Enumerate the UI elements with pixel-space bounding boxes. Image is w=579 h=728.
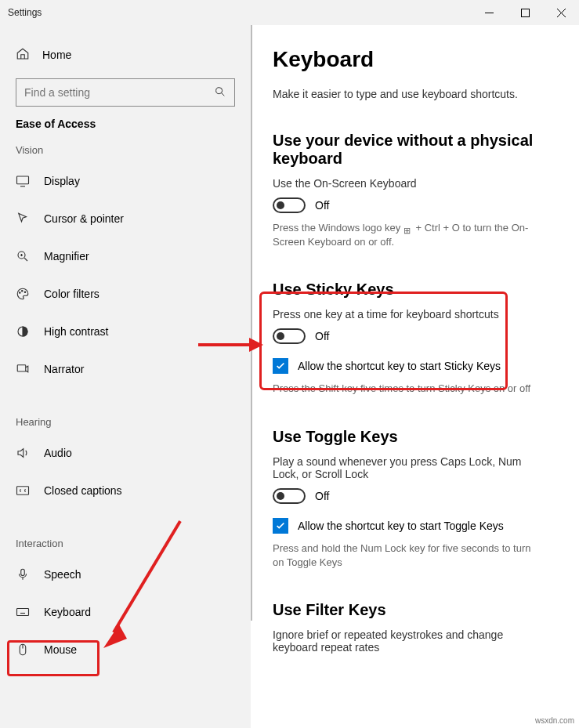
search-box[interactable] [16, 78, 235, 107]
narrator-icon [16, 362, 30, 376]
setting-hint: Press the Windows logo key + Ctrl + O to… [273, 221, 539, 249]
home-label: Home [42, 49, 71, 61]
contrast-icon [16, 324, 30, 339]
svg-rect-17 [17, 487, 29, 495]
toggle-keys-shortcut-checkbox[interactable] [273, 518, 288, 534]
group-vision-label: Vision [0, 144, 251, 156]
sidebar-item-label: Closed captions [44, 484, 122, 497]
sidebar-item-audio[interactable]: Audio [0, 434, 251, 472]
minimize-button[interactable] [471, 0, 507, 25]
section-heading: Use Toggle Keys [273, 428, 539, 446]
svg-point-12 [20, 292, 21, 294]
sidebar-item-speech[interactable]: Speech [0, 556, 251, 593]
section-toggle-keys: Use Toggle Keys Play a sound whenever yo… [273, 428, 560, 570]
search-icon [214, 85, 226, 100]
windows-key-icon [403, 224, 413, 234]
mouse-icon [16, 643, 30, 657]
window-title: Settings [8, 7, 42, 18]
group-interaction-label: Interaction [0, 538, 251, 549]
palette-icon [16, 287, 30, 301]
onscreen-keyboard-toggle[interactable] [273, 197, 306, 213]
cursor-icon [16, 212, 30, 226]
section-onscreen-keyboard: Use your device without a physical keybo… [273, 132, 560, 249]
sidebar-item-mouse[interactable]: Mouse [0, 631, 251, 668]
svg-point-4 [216, 87, 223, 93]
svg-line-11 [24, 258, 27, 261]
page-lead: Make it easier to type and use keyboard … [273, 88, 560, 100]
svg-rect-1 [521, 9, 529, 16]
sidebar-item-label: Cursor & pointer [44, 212, 124, 225]
sidebar-item-cursor[interactable]: Cursor & pointer [0, 200, 251, 237]
svg-point-14 [24, 292, 26, 293]
section-heading: Use Sticky Keys [273, 281, 539, 299]
group-hearing-label: Hearing [0, 416, 251, 428]
svg-line-5 [222, 92, 225, 96]
close-button[interactable] [543, 0, 579, 25]
toggle-state-label: Off [315, 490, 329, 502]
sidebar-item-colorfilters[interactable]: Color filters [0, 275, 251, 313]
titlebar: Settings [0, 0, 579, 25]
section-heading: Use Filter Keys [273, 601, 539, 619]
magnifier-icon [16, 249, 30, 263]
maximize-button[interactable] [507, 0, 543, 25]
window-buttons [471, 0, 579, 25]
sidebar-item-keyboard[interactable]: Keyboard [0, 593, 251, 631]
svg-rect-19 [17, 609, 29, 616]
sidebar-item-label: Audio [44, 447, 72, 459]
home-link[interactable]: Home [0, 41, 251, 69]
search-input[interactable] [24, 86, 196, 99]
category-label: Ease of Access [0, 118, 251, 130]
sidebar: Home Ease of Access Vision Display Curso… [0, 25, 251, 728]
sticky-keys-toggle[interactable] [273, 328, 306, 344]
toggle-state-label: Off [315, 199, 329, 212]
setting-label: Press one key at a time for keyboard sho… [273, 308, 560, 321]
toggle-state-label: Off [315, 330, 329, 342]
checkbox-label: Allow the shortcut key to start Toggle K… [298, 520, 504, 532]
captions-icon [16, 484, 30, 498]
setting-label: Play a sound whenever you press Caps Loc… [273, 455, 539, 480]
microphone-icon [16, 567, 30, 581]
sidebar-item-label: Color filters [44, 288, 100, 300]
svg-rect-6 [17, 176, 29, 184]
toggle-keys-toggle[interactable] [273, 488, 306, 504]
setting-label: Use the On-Screen Keyboard [273, 177, 560, 190]
sticky-keys-shortcut-checkbox[interactable] [273, 358, 288, 374]
setting-label: Ignore brief or repeated keystrokes and … [273, 628, 539, 654]
page-title: Keyboard [273, 47, 560, 72]
section-sticky-keys: Use Sticky Keys Press one key at a time … [273, 281, 560, 396]
display-icon [16, 174, 30, 188]
content-pane: Keyboard Make it easier to type and use … [251, 25, 579, 728]
home-icon [16, 47, 30, 63]
sidebar-item-label: Keyboard [44, 606, 91, 618]
section-filter-keys: Use Filter Keys Ignore brief or repeated… [273, 601, 560, 654]
sidebar-item-closedcaptions[interactable]: Closed captions [0, 472, 251, 509]
sidebar-item-magnifier[interactable]: Magnifier [0, 237, 251, 275]
section-heading: Use your device without a physical keybo… [273, 132, 539, 168]
setting-hint: Press and hold the Num Lock key for five… [273, 541, 539, 570]
sidebar-item-label: Magnifier [44, 250, 89, 263]
keyboard-icon [16, 605, 30, 619]
svg-rect-18 [21, 569, 25, 575]
sidebar-item-label: Narrator [44, 363, 84, 375]
sidebar-item-label: High contrast [44, 325, 108, 338]
checkbox-label: Allow the shortcut key to start Sticky K… [298, 360, 501, 372]
sidebar-item-display[interactable]: Display [0, 162, 251, 200]
sidebar-item-label: Speech [44, 568, 81, 581]
sidebar-item-narrator[interactable]: Narrator [0, 350, 251, 388]
sidebar-item-highcontrast[interactable]: High contrast [0, 313, 251, 350]
svg-rect-16 [17, 365, 26, 371]
watermark: wsxdn.com [535, 716, 574, 725]
svg-point-13 [22, 291, 24, 292]
audio-icon [16, 446, 30, 460]
sidebar-item-label: Mouse [44, 643, 77, 656]
sidebar-item-label: Display [44, 175, 80, 187]
setting-hint: Press the Shift key five times to turn S… [273, 382, 539, 396]
